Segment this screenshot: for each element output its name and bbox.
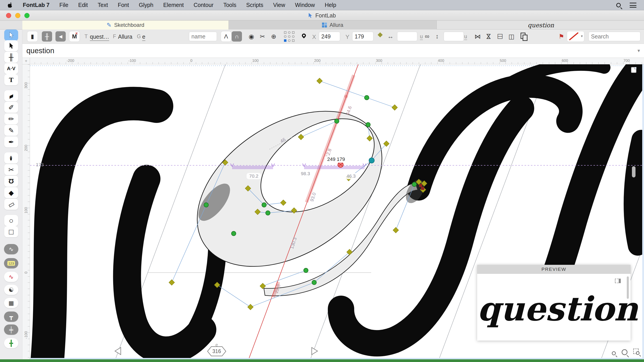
knife-tool[interactable]: ✂ bbox=[4, 164, 18, 175]
flag-icon[interactable]: ⚑ bbox=[558, 31, 564, 41]
toggle-nodes[interactable]: ∿ bbox=[4, 272, 18, 282]
v-tick: 300 bbox=[24, 81, 28, 89]
zoom-out-icon[interactable] bbox=[612, 351, 616, 356]
advance-width-value[interactable]: 316 bbox=[212, 348, 221, 355]
menu-app-name[interactable]: FontLab 7 bbox=[23, 2, 50, 8]
ellipse-tool[interactable]: ○ bbox=[4, 215, 18, 226]
tab-allura[interactable]: Allura bbox=[229, 20, 437, 29]
power-brush-tool[interactable]: ✒ bbox=[4, 152, 18, 164]
menu-contour[interactable]: Contour bbox=[194, 2, 214, 8]
menu-view[interactable]: View bbox=[273, 2, 285, 8]
toggle-curvature[interactable]: ∿ bbox=[4, 244, 18, 254]
menu-text[interactable]: Text bbox=[98, 2, 108, 8]
menu-window[interactable]: Window bbox=[295, 2, 315, 8]
tab-sketchboard[interactable]: ✎ Sketchboard bbox=[22, 20, 229, 29]
kerning-mode-button[interactable]: M K bbox=[69, 31, 80, 41]
align-horizontal-icon[interactable]: ◫ bbox=[508, 31, 514, 41]
fill-tool[interactable]: ◆ bbox=[4, 187, 18, 198]
h-tick: 600 bbox=[562, 58, 568, 63]
vertical-ruler[interactable]: 300 200 100 0 -100 bbox=[22, 64, 30, 359]
apple-icon[interactable] bbox=[8, 2, 13, 8]
rectangle-tool[interactable]: □ bbox=[4, 226, 18, 237]
glyph-field-value[interactable]: e bbox=[142, 33, 145, 41]
menu-glyph[interactable]: Glyph bbox=[139, 2, 154, 8]
right-panel-grip[interactable] bbox=[632, 166, 636, 177]
link-icon[interactable]: ∞ bbox=[425, 31, 429, 41]
location-pin-icon[interactable] bbox=[301, 33, 306, 38]
kerning-tool[interactable]: A·V bbox=[4, 63, 18, 74]
smooth-node-button[interactable]: ∩ bbox=[232, 31, 242, 41]
font-field-value[interactable]: Allura bbox=[118, 33, 132, 40]
canvas-right-scroll-strip[interactable] bbox=[642, 64, 644, 358]
magnet-tool[interactable]: Ω bbox=[4, 176, 18, 187]
window-title-bar[interactable]: FontLab bbox=[0, 10, 644, 20]
spotlight-search-icon[interactable] bbox=[616, 3, 621, 7]
pen-tool[interactable]: ✒ bbox=[4, 136, 18, 147]
brush-tool[interactable]: ✐ bbox=[4, 102, 18, 113]
selected-node-coordinates: 249 179 bbox=[324, 156, 348, 163]
note-icon[interactable] bbox=[631, 67, 636, 73]
mask-icon: ☯ bbox=[8, 287, 14, 293]
width-units-label[interactable]: u bbox=[420, 33, 423, 40]
h-tick: 400 bbox=[438, 58, 444, 63]
menu-file[interactable]: File bbox=[59, 2, 68, 8]
text-tool[interactable]: T bbox=[4, 74, 18, 85]
height-arrow-icon[interactable]: ↕ bbox=[436, 31, 439, 41]
slice-icon[interactable]: ✂ bbox=[260, 31, 265, 41]
toggle-measurements[interactable]: 123 bbox=[4, 258, 18, 268]
menu-list-icon[interactable] bbox=[630, 3, 636, 7]
width-arrow-icon[interactable]: ↔ bbox=[387, 31, 394, 41]
menu-font[interactable]: Font bbox=[118, 2, 129, 8]
text-content-bar[interactable]: question ▾ bbox=[22, 44, 644, 58]
y-coordinate-input[interactable] bbox=[352, 32, 374, 41]
sketchboard-pen-icon: ✎ bbox=[107, 22, 112, 28]
height-units-label[interactable]: u bbox=[464, 33, 467, 40]
metrics-mode-button[interactable]: ╫ bbox=[42, 31, 52, 41]
height-input[interactable] bbox=[444, 32, 464, 41]
x-coordinate-input[interactable] bbox=[319, 32, 340, 41]
panel-toggle-button[interactable]: ▮ bbox=[27, 31, 38, 41]
align-vertical-icon[interactable]: ◫ bbox=[496, 33, 506, 39]
preview-panel[interactable]: PREVIEW question bbox=[477, 265, 630, 341]
preview-panel-title[interactable]: PREVIEW bbox=[477, 265, 630, 274]
preview-options-icon[interactable] bbox=[615, 279, 621, 283]
menu-scripts[interactable]: Scripts bbox=[246, 2, 263, 8]
toggle-grid[interactable]: ▦ bbox=[4, 298, 18, 308]
metrics-tool[interactable]: ╫ bbox=[4, 52, 18, 63]
flip-horizontal-icon[interactable]: ⋈ bbox=[474, 31, 481, 41]
menu-element[interactable]: Element bbox=[163, 2, 184, 8]
flip-vertical-icon[interactable]: ⋈ bbox=[484, 33, 494, 39]
toggle-mask[interactable]: ☯ bbox=[4, 285, 18, 295]
measure-pin-icon[interactable] bbox=[378, 32, 383, 37]
duplicate-icon[interactable] bbox=[520, 33, 526, 39]
width-input[interactable] bbox=[397, 32, 417, 41]
rapid-tool[interactable]: ✎ bbox=[4, 125, 18, 136]
text-field-value[interactable]: quest… bbox=[90, 33, 109, 41]
toggle-guides[interactable]: ┳ bbox=[4, 312, 18, 322]
transform-origin-selector[interactable] bbox=[284, 31, 295, 42]
previous-glyph-button[interactable]: ◀ bbox=[56, 31, 66, 41]
current-glyph-e[interactable] bbox=[169, 79, 418, 299]
text-content[interactable]: question bbox=[26, 46, 54, 55]
guide-color-swatch[interactable]: ▾ bbox=[567, 31, 584, 41]
toggle-hints[interactable]: ╪ bbox=[4, 325, 18, 335]
element-select-tool[interactable] bbox=[4, 40, 18, 51]
add-node-icon[interactable]: ⊕ bbox=[271, 31, 276, 41]
search-input[interactable] bbox=[588, 32, 640, 41]
toggle-cells[interactable]: ╋ bbox=[4, 338, 18, 348]
node-type-icon[interactable]: ◉ bbox=[249, 31, 254, 41]
contour-select-tool[interactable] bbox=[4, 29, 18, 41]
ruler-tool[interactable]: ▭ bbox=[4, 199, 18, 210]
smooth-node-selected-adjacent[interactable] bbox=[369, 158, 374, 163]
name-input[interactable] bbox=[189, 32, 217, 41]
zoom-in-icon[interactable] bbox=[622, 349, 628, 356]
menu-edit[interactable]: Edit bbox=[78, 2, 88, 8]
measure-xh-mid: 98.3 bbox=[298, 170, 313, 177]
pencil-tool[interactable]: ✏ bbox=[4, 113, 18, 124]
menu-tools[interactable]: Tools bbox=[224, 2, 236, 8]
menu-help[interactable]: Help bbox=[325, 2, 336, 8]
textbar-dropdown-icon[interactable]: ▾ bbox=[638, 48, 640, 54]
horizontal-ruler[interactable]: -200 -100 0 100 200 300 400 500 600 700 bbox=[22, 58, 644, 64]
sharp-node-button[interactable]: Λ bbox=[221, 31, 231, 41]
eraser-tool[interactable]: ▰ bbox=[4, 90, 18, 101]
